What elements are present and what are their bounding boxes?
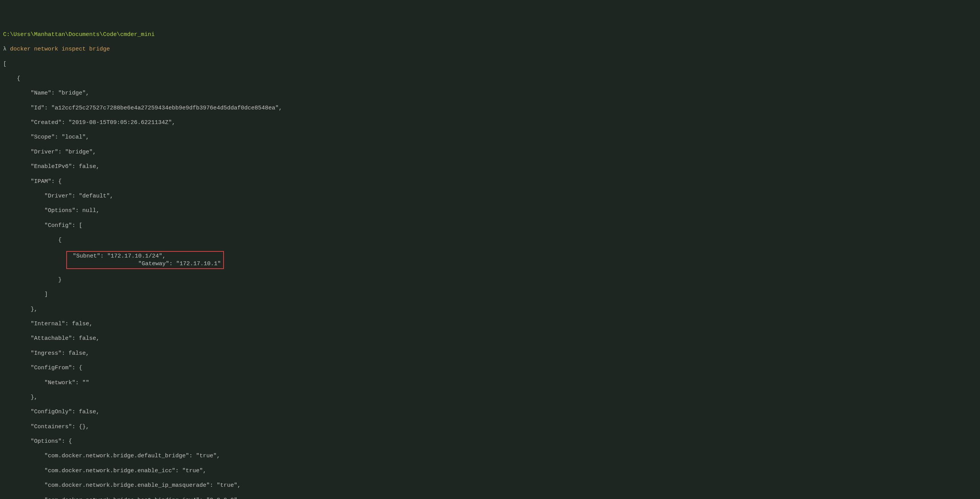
output-line: "Driver": "bridge", bbox=[3, 148, 977, 156]
output-line: [ bbox=[3, 60, 977, 68]
output-line: "Options": null, bbox=[3, 207, 977, 214]
output-line: "Name": "bridge", bbox=[3, 90, 977, 97]
output-line: { bbox=[3, 75, 977, 82]
output-line: "Attachable": false, bbox=[3, 335, 977, 342]
output-line: "Scope": "local", bbox=[3, 134, 977, 141]
output-highlight-wrap: "Subnet": "172.17.10.1/24", "Gateway": "… bbox=[3, 251, 977, 269]
output-line: { bbox=[3, 236, 977, 244]
output-line: "com.docker.network.bridge.enable_ip_mas… bbox=[3, 482, 977, 489]
output-line: "com.docker.network.bridge.host_binding_… bbox=[3, 497, 977, 499]
output-line: "Internal": false, bbox=[3, 320, 977, 328]
terminal-command[interactable]: docker network inspect bridge bbox=[10, 46, 110, 52]
highlight-gateway-line: "Gateway": "172.17.10.1" bbox=[69, 261, 221, 267]
output-line: "Options": { bbox=[3, 438, 977, 445]
terminal-path: C:\Users\Manhattan\Documents\Code\cmder_… bbox=[3, 31, 155, 38]
highlight-subnet-line: "Subnet": "172.17.10.1/24", bbox=[69, 253, 166, 259]
highlight-box: "Subnet": "172.17.10.1/24", "Gateway": "… bbox=[66, 251, 224, 269]
output-line: "Containers": {}, bbox=[3, 423, 977, 431]
output-line: "Config": [ bbox=[3, 222, 977, 229]
output-line: "Driver": "default", bbox=[3, 192, 977, 200]
output-line: "Created": "2019-08-15T09:05:26.6221134Z… bbox=[3, 119, 977, 126]
output-line: "ConfigFrom": { bbox=[3, 364, 977, 372]
output-line: "com.docker.network.bridge.default_bridg… bbox=[3, 452, 977, 460]
output-line: ] bbox=[3, 291, 977, 298]
output-line: "Ingress": false, bbox=[3, 350, 977, 357]
output-line: }, bbox=[3, 306, 977, 313]
output-line: "com.docker.network.bridge.enable_icc": … bbox=[3, 467, 977, 475]
output-line: } bbox=[3, 276, 977, 284]
output-line: }, bbox=[3, 394, 977, 401]
output-line: "IPAM": { bbox=[3, 178, 977, 185]
output-line: "Network": "" bbox=[3, 379, 977, 386]
prompt-symbol: λ bbox=[3, 46, 7, 52]
output-line: "EnableIPv6": false, bbox=[3, 163, 977, 170]
output-line: "ConfigOnly": false, bbox=[3, 408, 977, 416]
output-line: "Id": "a12ccf25c27527c7288be6e4a27259434… bbox=[3, 104, 977, 112]
